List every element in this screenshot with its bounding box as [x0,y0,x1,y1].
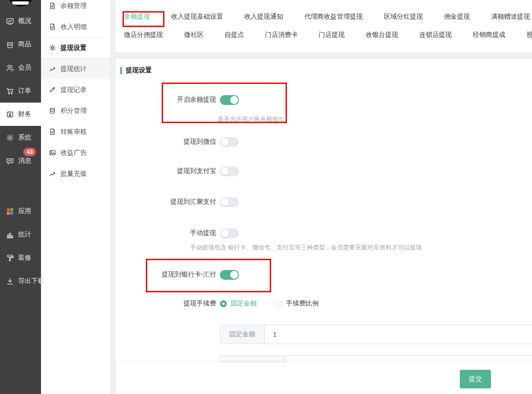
tab-row2-3[interactable]: 门店消费卡 [265,31,298,39]
subnav-item-5[interactable]: 积分管理 [41,100,110,121]
form-row-5: 提现到银行卡-汇付 [116,270,239,280]
toggle-on-5[interactable] [220,270,239,280]
tab-row1-2[interactable]: 收入提现通知 [244,13,283,21]
sidebar-item-label: 订单 [18,87,31,95]
sidebar-item-system[interactable]: 系统 [0,126,41,149]
sidebar-item-apps[interactable]: 应用 [0,200,41,223]
sidebar-item-stats[interactable]: 统计 [0,223,41,246]
sidebar-item-label: 商品 [18,40,31,48]
toggle-off-2[interactable] [220,166,239,176]
sidebar-item-members[interactable]: 会员 [0,56,41,79]
input-group-fixed-amount[interactable]: 固定金额1 [220,325,532,344]
subnav-item-0[interactable]: 余额管理 [41,0,110,16]
subnav-item-label: 提现设置 [61,44,87,52]
decorate-icon [6,254,14,262]
unread-count-badge: 43 [23,148,36,156]
subnav-item-1[interactable]: 收入明细 [41,16,110,37]
subnav-item-label: 积分管理 [61,107,87,115]
settings-panel: 提现设置 开启余额提现是否允许用户将余额提出提现到微信提现到支付宝提现到汇聚支付… [116,59,532,394]
sidebar-item-decorate[interactable]: 装修 [0,246,41,270]
form-label: 提现到微信 [116,138,216,146]
toggle-on-0[interactable] [220,95,239,105]
subnav-item-label: 批量充值 [61,170,87,178]
form-row-4: 手动提现 [116,228,239,238]
sidebar-item-dashboard[interactable]: 概况 [0,9,41,33]
tab-row2-6[interactable]: 连锁店提现 [419,31,452,39]
tab-row2-2[interactable]: 自提点 [225,31,244,39]
tab-row2-1[interactable]: 微社区 [184,31,204,39]
finance-icon [6,111,14,118]
input-prepend-label: 固定金额 [220,325,265,344]
subnav-item-2[interactable]: 提现设置 [41,37,110,58]
toggle-off-1[interactable] [220,137,239,147]
apps-icon [6,207,14,215]
radio-option-0[interactable]: 固定金额 [220,299,257,308]
toggle-knob [230,271,238,279]
tab-row1-6[interactable]: 满额赠送提现 [491,13,530,21]
toggle-knob [221,167,229,175]
subnav-item-6[interactable]: 转账审核 [41,121,110,142]
tab-row2-8[interactable]: 视频分 [526,31,532,39]
gear-icon [49,44,56,51]
main-area: 余额提现收入提现基础设置收入提现通知代理商收益管理提现区域分红提现佣金提现满额赠… [111,0,532,394]
toggle-knob [230,96,238,104]
tab-row2-7[interactable]: 经销商提成 [473,31,505,39]
toggle-off-3[interactable] [220,197,239,207]
tabs-header: 余额提现收入提现基础设置收入提现通知代理商收益管理提现区域分红提现佣金提现满额赠… [116,0,532,52]
tab-row2-0[interactable]: 微店分佣提现 [124,31,163,39]
radio-option-1[interactable]: 手续费比例 [275,299,319,308]
sidebar-item-download[interactable]: 导出下载 [0,270,41,293]
submit-button[interactable]: 提交 [460,370,491,388]
sidebar-item-label: 装修 [18,254,31,262]
file-icon [49,2,56,9]
section-accent-bar [120,67,122,74]
sidebar-item-label: 系统 [18,133,31,142]
tab-row1-0[interactable]: 余额提现 [124,13,150,21]
subnav-item-7[interactable]: 收益广告 [41,142,110,163]
sidebar-item-label: 概况 [18,17,31,25]
tab-row1-3[interactable]: 代理商收益管理提现 [304,13,363,21]
tab-row1-1[interactable]: 收入提现基础设置 [171,13,223,21]
subnav-item-label: 提现记录 [61,86,87,94]
form-row-0: 开启余额提现 [116,95,239,105]
file-icon [49,128,56,135]
download-icon [6,277,14,285]
primary-nav-top: 概况商品会员订单财务系统消息43 [0,9,41,173]
subnav-item-label: 余额管理 [61,2,87,10]
linechart-icon [49,65,56,72]
form-row-6: 提现手续费固定金额手续费比例 [116,298,337,309]
tab-row1-4[interactable]: 区域分红提现 [384,13,423,21]
subnav-item-4[interactable]: 提现记录 [41,79,110,100]
fixed-amount-input[interactable]: 1 [265,325,532,344]
radio-dot[interactable] [220,300,227,307]
pencil-icon [49,86,56,93]
secondary-sidebar: 余额管理收入明细提现设置提现统计提现记录积分管理转账审核收益广告批量充值 [41,0,111,394]
toggle-knob [221,138,229,146]
sidebar-item-label: 财务 [18,110,31,118]
sidebar-item-finance[interactable]: 财务 [0,103,41,126]
form-label: 提现到汇聚支付 [116,198,216,206]
subnav-item-3[interactable]: 提现统计 [41,58,110,79]
sidebar-item-label: 导出下载 [18,277,44,285]
form-label: 手动提现 [116,229,216,237]
form-label: 提现到银行卡-汇付 [116,270,216,279]
subnav-item-label: 收益广告 [61,149,87,157]
sidebar-item-label: 消息 [18,157,31,165]
messages-icon [6,157,14,165]
tab-row2-5[interactable]: 收银台提现 [366,31,398,39]
sidebar-item-messages[interactable]: 消息43 [0,149,41,173]
linechart-icon [49,170,56,177]
sidebar-item-orders[interactable]: 订单 [0,79,41,103]
image-icon [49,149,56,156]
toggle-off-4[interactable] [220,228,239,238]
subnav-item-label: 转账审核 [61,128,87,136]
tab-row1-5[interactable]: 佣金提现 [444,13,470,21]
tab-row2-4[interactable]: 门店提现 [319,31,345,39]
radio-dot[interactable] [275,300,282,307]
radio-label: 固定金额 [231,299,257,308]
secondary-nav: 余额管理收入明细提现设置提现统计提现记录积分管理转账审核收益广告批量充值 [41,0,110,184]
subnav-item-8[interactable]: 批量充值 [41,163,110,184]
radio-label: 手续费比例 [286,299,319,308]
sidebar-item-goods[interactable]: 商品 [0,33,41,56]
form-row-3: 提现到汇聚支付 [116,197,239,207]
